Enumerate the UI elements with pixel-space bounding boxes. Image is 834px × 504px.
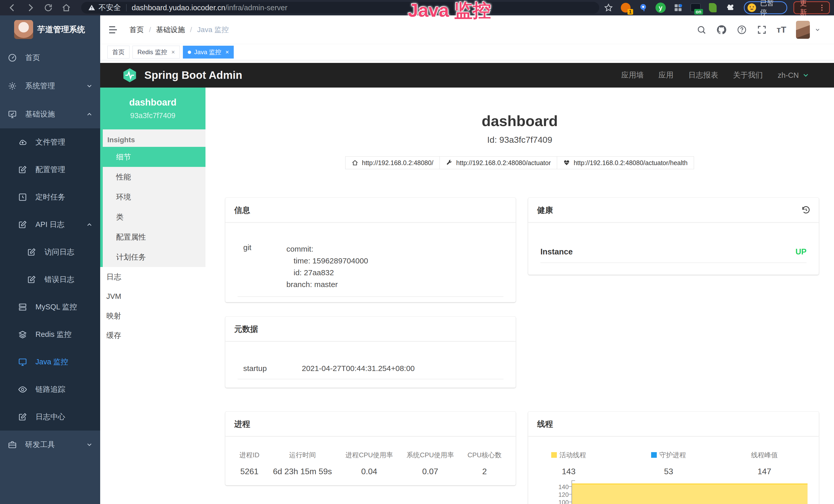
- chevron-up-icon: [86, 111, 93, 118]
- sba-menu-environment[interactable]: 环境: [103, 187, 205, 207]
- browser-reload-button[interactable]: [43, 2, 54, 13]
- legend-swatch-blue: [651, 452, 657, 458]
- sba-menu-details[interactable]: 细节: [103, 147, 205, 167]
- url-path: /infra/admin-server: [225, 4, 287, 12]
- avatar[interactable]: [796, 21, 810, 39]
- sba-nav-applications[interactable]: 应用: [659, 70, 674, 81]
- sidebar-item-label: MySQL 监控: [36, 302, 77, 312]
- avatar-caret-icon[interactable]: [814, 27, 821, 33]
- process-col-uptime: 运行时间 6d 23h 15m 59s: [273, 451, 332, 476]
- bookmark-star-button[interactable]: [603, 2, 614, 13]
- legend-label: 活动线程: [559, 451, 586, 459]
- sba-locale-select[interactable]: zh-CN: [778, 71, 810, 79]
- monitor-icon: [18, 358, 27, 367]
- y-tick-label: 120: [541, 491, 569, 498]
- sidebar-item-redis-monitor[interactable]: Redis 监控: [0, 321, 100, 348]
- search-icon[interactable]: [697, 25, 706, 35]
- sba-menu-jvm[interactable]: JVM: [100, 287, 205, 306]
- extensions-puzzle-icon[interactable]: [724, 2, 736, 14]
- breadcrumb-separator: /: [190, 26, 192, 34]
- sba-menu-mappings[interactable]: 映射: [100, 306, 205, 325]
- legend-live-threads: 活动线程 143: [551, 451, 586, 476]
- sba-instance-name: dashboard: [129, 97, 176, 108]
- actuator-url-button[interactable]: http://192.168.0.2:48080/actuator: [439, 156, 557, 169]
- close-icon[interactable]: ×: [171, 48, 175, 56]
- health-url-button[interactable]: http://192.168.0.2:48080/actuator/health: [557, 156, 694, 169]
- extension-icon-leaf[interactable]: [707, 2, 719, 14]
- tag-java-monitor[interactable]: Java 监控 ×: [183, 46, 234, 59]
- col-value: 0.07: [407, 467, 454, 476]
- security-chip[interactable]: 不安全: [88, 3, 121, 13]
- security-label: 不安全: [98, 3, 121, 13]
- font-size-icon[interactable]: тТ: [777, 25, 786, 35]
- breadcrumb-home[interactable]: 首页: [129, 25, 144, 35]
- info-key: git: [238, 243, 286, 290]
- sba-menu-caches[interactable]: 缓存: [100, 325, 205, 345]
- sidebar-item-config-mgmt[interactable]: 配置管理: [0, 156, 100, 183]
- browser-back-button[interactable]: [7, 2, 18, 13]
- col-value: 6d 23h 15m 59s: [273, 467, 332, 476]
- extension-icon-y[interactable]: y: [655, 2, 666, 14]
- extension-icon-grid[interactable]: [672, 2, 684, 14]
- sba-menu-scheduled-tasks[interactable]: 计划任务: [103, 247, 205, 267]
- browser-home-button[interactable]: [61, 2, 72, 13]
- tags-view-bar: 首页 Redis 监控 × Java 监控 ×: [100, 44, 834, 60]
- sba-brand[interactable]: Spring Boot Admin: [122, 67, 242, 83]
- sba-menu-classes[interactable]: 类: [103, 207, 205, 227]
- sidebar-item-label: 基础设施: [25, 109, 55, 119]
- sba-locale-value: zh-CN: [778, 71, 799, 79]
- clock-icon: [18, 192, 27, 202]
- extension-icon-switch[interactable]: on: [690, 2, 701, 14]
- metadata-card: 元数据 startup 2021-04-27T00:44:31.254+08:0…: [225, 317, 516, 388]
- sba-nav: 应用墙 应用 日志报表 关于我们 zh-CN: [621, 70, 834, 81]
- help-icon[interactable]: [737, 25, 747, 35]
- sba-nav-wallboard[interactable]: 应用墙: [621, 70, 644, 81]
- extension-icon-orange[interactable]: 1: [620, 2, 632, 14]
- hamburger-toggle[interactable]: [108, 25, 118, 35]
- legend-label: 线程峰值: [751, 451, 778, 459]
- sidebar-item-java-monitor[interactable]: Java 监控: [0, 348, 100, 375]
- extension-icon-pin[interactable]: [637, 2, 649, 14]
- tag-home[interactable]: 首页: [107, 46, 129, 59]
- browser-menu-dots-icon[interactable]: [818, 4, 826, 12]
- sidebar-item-file-mgmt[interactable]: 文件管理: [0, 129, 100, 156]
- service-url-button[interactable]: http://192.168.0.2:48080/: [345, 156, 440, 169]
- browser-forward-button[interactable]: [25, 2, 36, 13]
- sidebar-item-tracing[interactable]: 链路追踪: [0, 375, 100, 403]
- address-divider: [126, 4, 127, 11]
- paused-extension-pill[interactable]: 已暂停: [744, 1, 787, 14]
- sidebar-item-system-mgmt[interactable]: 系统管理: [0, 72, 100, 100]
- info-value: commit: time: 1596289704000 id: 27aa832 …: [286, 243, 368, 290]
- metadata-card-title: 元数据: [225, 317, 516, 342]
- github-icon[interactable]: [716, 24, 727, 35]
- sidebar-item-mysql-monitor[interactable]: MySQL 监控: [0, 293, 100, 321]
- sba-nav-journal[interactable]: 日志报表: [688, 70, 718, 81]
- sidebar-item-access-log[interactable]: 访问日志: [0, 238, 100, 266]
- sba-menu-logs[interactable]: 日志: [100, 267, 205, 287]
- tag-redis-monitor[interactable]: Redis 监控 ×: [133, 46, 180, 59]
- sidebar-item-api-log[interactable]: API 日志: [0, 211, 100, 238]
- sidebar-item-infrastructure[interactable]: 基础设施: [0, 100, 100, 129]
- warning-icon: [88, 4, 95, 12]
- browser-update-button[interactable]: 更新: [793, 1, 830, 14]
- health-card-header: 健康: [528, 198, 819, 223]
- extension-badge: 1: [628, 9, 633, 15]
- sidebar-item-label: 首页: [25, 53, 40, 63]
- sidebar-item-dev-tools[interactable]: 研发工具: [0, 431, 100, 459]
- sba-menu-config-props[interactable]: 配置属性: [103, 227, 205, 247]
- app-logo-row[interactable]: 芋道管理系统: [0, 16, 100, 44]
- breadcrumb-infrastructure[interactable]: 基础设施: [156, 25, 185, 35]
- health-card-title: 健康: [537, 206, 553, 215]
- sidebar-item-error-log[interactable]: 错误日志: [0, 266, 100, 293]
- close-icon[interactable]: ×: [225, 48, 229, 56]
- legend-label: 守护进程: [659, 451, 686, 459]
- info-git-row: git commit: time: 1596289704000 id: 27aa…: [225, 223, 516, 290]
- sba-nav-about[interactable]: 关于我们: [733, 70, 763, 81]
- sidebar-item-scheduled-jobs[interactable]: 定时任务: [0, 183, 100, 211]
- sidebar-item-home[interactable]: 首页: [0, 44, 100, 72]
- legend-value: 143: [551, 467, 586, 476]
- sba-menu-metrics[interactable]: 性能: [103, 167, 205, 187]
- history-icon[interactable]: [801, 205, 811, 215]
- fullscreen-icon[interactable]: [757, 25, 767, 35]
- sidebar-item-log-center[interactable]: 日志中心: [0, 403, 100, 431]
